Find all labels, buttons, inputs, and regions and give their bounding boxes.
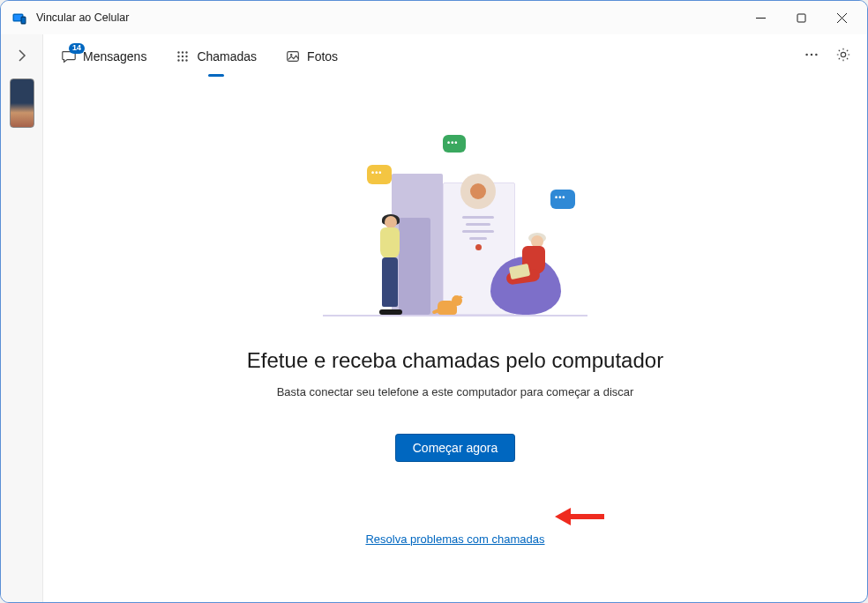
svg-point-19 bbox=[841, 52, 845, 56]
main-panel: ••• ••• ••• Efetue e receba chamadas pel… bbox=[43, 78, 867, 602]
app-body: 14 Mensagens Chamadas Fotos bbox=[1, 34, 867, 602]
tab-label: Fotos bbox=[307, 49, 338, 63]
expand-sidebar-button[interactable] bbox=[15, 48, 29, 66]
settings-button[interactable] bbox=[835, 47, 851, 66]
troubleshoot-link[interactable]: Resolva problemas com chamadas bbox=[365, 532, 544, 546]
chevron-right-icon bbox=[15, 48, 29, 63]
tab-messages[interactable]: 14 Mensagens bbox=[59, 45, 148, 68]
svg-point-8 bbox=[178, 56, 180, 57]
sidebar bbox=[1, 34, 43, 602]
speech-bubble-icon: ••• bbox=[550, 190, 575, 209]
speech-bubble-icon: ••• bbox=[367, 165, 392, 184]
photo-icon bbox=[285, 48, 301, 64]
messages-badge: 14 bbox=[69, 43, 85, 54]
svg-rect-4 bbox=[797, 14, 805, 22]
dialpad-icon bbox=[175, 48, 191, 64]
message-icon: 14 bbox=[61, 48, 77, 64]
svg-point-18 bbox=[815, 54, 818, 56]
svg-point-15 bbox=[290, 54, 292, 56]
annotation-arrow bbox=[555, 505, 604, 532]
phone-thumbnail[interactable] bbox=[10, 78, 34, 128]
content-area: 14 Mensagens Chamadas Fotos bbox=[43, 34, 867, 602]
more-button[interactable] bbox=[804, 47, 819, 66]
svg-point-7 bbox=[186, 51, 188, 53]
tab-label: Chamadas bbox=[197, 49, 257, 63]
tab-label: Mensagens bbox=[83, 49, 146, 63]
app-window: Vincular ao Celular 14 Mensagens bbox=[0, 0, 868, 603]
svg-point-11 bbox=[178, 59, 180, 61]
svg-rect-3 bbox=[22, 18, 26, 23]
svg-marker-21 bbox=[555, 508, 571, 525]
svg-point-13 bbox=[186, 59, 188, 61]
tab-photos[interactable]: Fotos bbox=[283, 45, 340, 68]
svg-point-12 bbox=[182, 59, 183, 61]
maximize-button[interactable] bbox=[781, 4, 821, 32]
tab-calls[interactable]: Chamadas bbox=[173, 45, 258, 68]
get-started-button[interactable]: Começar agora bbox=[395, 434, 516, 462]
page-subheading: Basta conectar seu telefone a este compu… bbox=[277, 385, 634, 398]
svg-point-6 bbox=[182, 51, 183, 53]
tab-bar: 14 Mensagens Chamadas Fotos bbox=[43, 34, 867, 78]
svg-point-5 bbox=[178, 51, 180, 53]
app-icon bbox=[11, 10, 27, 26]
minimize-button[interactable] bbox=[740, 4, 781, 32]
speech-bubble-icon: ••• bbox=[443, 135, 466, 153]
window-controls bbox=[740, 4, 862, 32]
window-title: Vincular ao Celular bbox=[36, 11, 740, 24]
titlebar: Vincular ao Celular bbox=[1, 1, 867, 34]
svg-point-10 bbox=[186, 56, 188, 57]
ellipsis-icon bbox=[804, 47, 819, 63]
calls-illustration: ••• ••• ••• bbox=[323, 140, 587, 316]
svg-point-9 bbox=[182, 56, 183, 57]
page-heading: Efetue e receba chamadas pelo computador bbox=[247, 348, 663, 373]
close-button[interactable] bbox=[821, 4, 862, 32]
svg-point-16 bbox=[805, 54, 808, 56]
svg-point-17 bbox=[811, 54, 813, 56]
gear-icon bbox=[835, 47, 851, 63]
